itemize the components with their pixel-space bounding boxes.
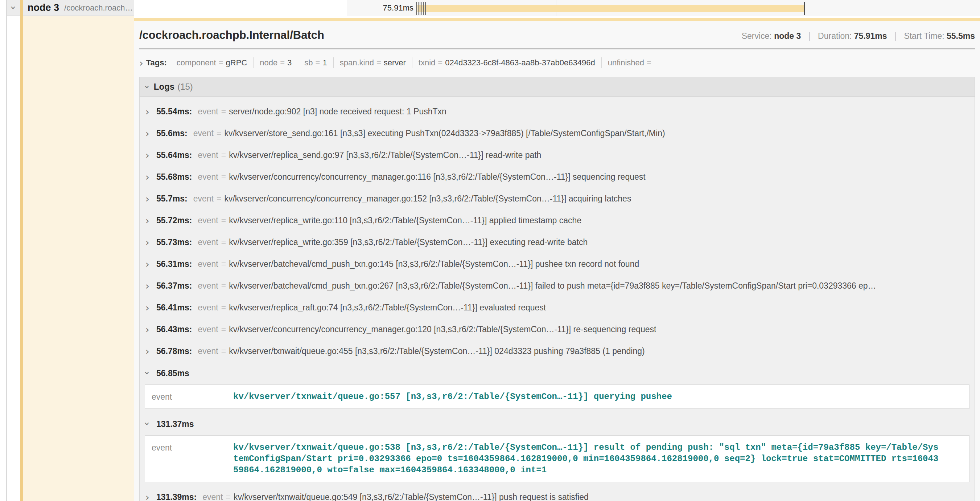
event-field-label: event	[152, 391, 233, 402]
log-field-key: event	[198, 215, 218, 225]
tags-row[interactable]: › Tags: component=gRPCnode=3sb=1span.kin…	[139, 55, 975, 70]
service-label: Service:	[742, 31, 772, 41]
log-timestamp: 55.6ms:	[156, 129, 188, 138]
logs-chevron-icon[interactable]: ›	[143, 85, 152, 89]
duration-value: 75.91ms	[854, 31, 887, 41]
log-row[interactable]: ›56.78ms:event=kv/kvserver/txnwait/queue…	[140, 340, 975, 362]
log-value: kv/kvserver/txnwait/queue.go:549 [n3,s3,…	[234, 492, 589, 501]
log-timestamp: 56.85ms	[156, 369, 189, 378]
log-row-expanded-header[interactable]: ›56.85ms	[140, 362, 975, 382]
log-equals-sign: =	[221, 346, 226, 356]
log-row[interactable]: ›56.41ms:event=kv/kvserver/replica_raft.…	[140, 297, 975, 319]
tag-item[interactable]: sb=1	[298, 57, 333, 68]
log-equals-sign: =	[221, 281, 226, 291]
tag-value: 3	[287, 58, 292, 67]
tag-equals-sign: =	[280, 58, 285, 67]
log-row[interactable]: ›55.54ms:event=server/node.go:902 [n3] n…	[140, 101, 975, 123]
chevron-down-icon[interactable]: ›	[145, 419, 156, 429]
detail-row-left-band	[23, 16, 134, 501]
tags-chevron-icon[interactable]: ›	[139, 58, 143, 68]
chevron-right-icon[interactable]: ›	[145, 281, 156, 292]
tag-equals-sign: =	[438, 58, 442, 67]
log-row[interactable]: ›55.72ms:event=kv/kvserver/replica_write…	[140, 210, 975, 231]
log-equals-sign: =	[221, 238, 226, 247]
log-value: kv/kvserver/replica_send.go:97 [n3,s3,r6…	[229, 150, 541, 160]
span-end-marker	[804, 2, 805, 15]
start-time-value: 55.5ms	[947, 31, 975, 41]
log-timestamp: 55.54ms:	[156, 107, 192, 116]
service-value: node 3	[774, 31, 801, 41]
log-row[interactable]: ›55.7ms:event=kv/kvserver/concurrency/co…	[140, 188, 975, 210]
log-row[interactable]: ›55.64ms:event=kv/kvserver/replica_send.…	[140, 145, 975, 166]
log-equals-sign: =	[216, 194, 221, 204]
log-row-expanded-header[interactable]: ›131.37ms	[140, 413, 975, 433]
chevron-down-icon[interactable]: ›	[145, 368, 156, 379]
log-row[interactable]: ›56.37ms:event=kv/kvserver/batcheval/cmd…	[140, 275, 975, 297]
service-name: node 3	[27, 2, 59, 13]
logs-count: (15)	[177, 82, 193, 92]
log-row[interactable]: ›55.68ms:event=kv/kvserver/concurrency/c…	[140, 166, 975, 188]
log-tick-marks	[416, 2, 427, 15]
chevron-right-icon[interactable]: ›	[145, 303, 156, 313]
span-color-stripe	[20, 0, 23, 501]
chevron-right-icon[interactable]: ›	[145, 259, 156, 270]
chevron-right-icon[interactable]: ›	[145, 492, 156, 501]
chevron-right-icon[interactable]: ›	[145, 107, 156, 117]
log-row[interactable]: ›56.43ms:event=kv/kvserver/concurrency/c…	[140, 319, 975, 340]
log-row[interactable]: ›55.73ms:event=kv/kvserver/replica_write…	[140, 231, 975, 254]
tag-item[interactable]: span.kind=server	[333, 57, 412, 68]
log-timestamp: 56.78ms:	[156, 346, 192, 356]
log-equals-sign: =	[221, 303, 226, 313]
tag-value: 024d3323-6c8f-4863-aa8b-37ab0e63496d	[445, 58, 595, 67]
timeline-row[interactable]: › node 3 /cockroach.roach… 75.91ms	[0, 0, 980, 16]
log-row[interactable]: ›131.39ms:event=kv/kvserver/txnwait/queu…	[140, 487, 975, 501]
log-field-key: event	[198, 172, 218, 182]
chevron-right-icon[interactable]: ›	[145, 346, 156, 357]
span-name-cell[interactable]: › node 3 /cockroach.roach…	[7, 0, 134, 16]
duration-label: Duration:	[818, 31, 852, 41]
tag-equals-sign: =	[219, 58, 223, 67]
log-timestamp: 131.39ms:	[156, 492, 197, 501]
span-detail-panel: /cockroach.roachpb.Internal/Batch Servic…	[134, 18, 980, 501]
tag-equals-sign: =	[647, 58, 651, 67]
chevron-right-icon[interactable]: ›	[145, 325, 156, 335]
span-summary: Service: node 3 | Duration: 75.91ms | St…	[742, 31, 975, 41]
event-detail-card: eventkv/kvserver/txnwait/queue.go:557 [n…	[145, 385, 969, 409]
tag-item[interactable]: txnid=024d3323-6c8f-4863-aa8b-37ab0e6349…	[412, 57, 601, 68]
log-row[interactable]: ›55.6ms:event=kv/kvserver/store_send.go:…	[140, 123, 975, 145]
logs-title: Logs	[154, 82, 175, 92]
chevron-right-icon[interactable]: ›	[145, 238, 156, 248]
log-value: kv/kvserver/batcheval/cmd_push_txn.go:14…	[229, 259, 639, 269]
log-field-key: event	[198, 346, 218, 356]
log-timestamp: 55.7ms:	[156, 194, 188, 204]
chevron-right-icon[interactable]: ›	[145, 194, 156, 204]
tag-item[interactable]: component=gRPC	[170, 57, 253, 68]
chevron-right-icon[interactable]: ›	[145, 172, 156, 183]
event-detail-card: eventkv/kvserver/txnwait/queue.go:538 [n…	[145, 435, 969, 482]
log-equals-sign: =	[221, 259, 226, 269]
event-field-label: event	[152, 442, 233, 453]
tags-label: Tags:	[146, 58, 167, 67]
tag-value: server	[384, 58, 406, 67]
log-field-key: event	[193, 194, 214, 204]
header-divider	[139, 48, 975, 49]
left-gutter-divider	[6, 0, 7, 501]
chevron-right-icon[interactable]: ›	[145, 129, 156, 139]
tag-value: 1	[323, 58, 327, 67]
span-bar[interactable]	[417, 5, 805, 12]
logs-list: ›55.54ms:event=server/node.go:902 [n3] n…	[140, 97, 975, 501]
chevron-right-icon[interactable]: ›	[145, 150, 156, 161]
log-equals-sign: =	[226, 492, 231, 501]
log-value: kv/kvserver/concurrency/concurrency_mana…	[229, 325, 656, 334]
collapse-chevron-icon[interactable]: ›	[7, 3, 19, 13]
tag-key: sb	[304, 58, 313, 67]
tag-key: span.kind	[340, 58, 374, 67]
log-timestamp: 55.72ms:	[156, 215, 192, 225]
log-row[interactable]: ›56.31ms:event=kv/kvserver/batcheval/cmd…	[140, 254, 975, 275]
chevron-right-icon[interactable]: ›	[145, 215, 156, 226]
tag-item[interactable]: unfinished=	[601, 57, 660, 68]
log-value: kv/kvserver/replica_write.go:110 [n3,s3,…	[229, 215, 581, 225]
logs-header[interactable]: › Logs (15)	[140, 77, 975, 97]
log-equals-sign: =	[216, 129, 221, 138]
tag-item[interactable]: node=3	[253, 57, 298, 68]
